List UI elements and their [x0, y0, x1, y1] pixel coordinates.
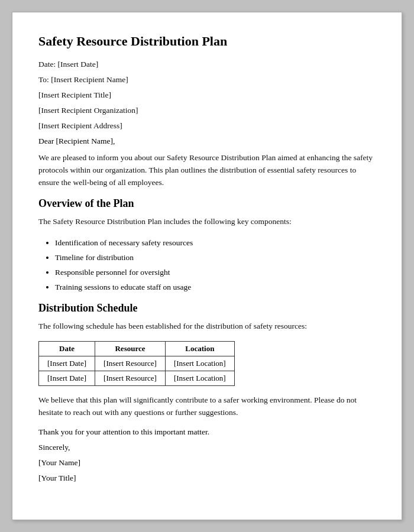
table-header-row: Date Resource Location — [39, 342, 235, 356]
overview-intro: The Safety Resource Distribution Plan in… — [38, 216, 376, 228]
row1-resource: [Insert Resource] — [95, 356, 166, 371]
schedule-heading: Distribution Schedule — [38, 302, 376, 314]
intro-paragraph: We are pleased to inform you about our S… — [38, 152, 376, 189]
closing-paragraph-2: Thank you for your attention to this imp… — [38, 427, 376, 437]
row2-location: [Insert Location] — [165, 371, 234, 386]
recipient-org-line: [Insert Recipient Organization] — [38, 106, 376, 115]
schedule-table: Date Resource Location [Insert Date] [In… — [38, 341, 235, 386]
your-title-line: [Your Title] — [38, 473, 376, 483]
closing-paragraph-1: We believe that this plan will significa… — [38, 394, 376, 419]
to-line: To: [Insert Recipient Name] — [38, 75, 376, 85]
schedule-intro: The following schedule has been establis… — [38, 320, 376, 333]
bullet-item: Training sessions to educate staff on us… — [55, 281, 376, 294]
salutation: Dear [Recipient Name], — [38, 137, 376, 146]
document-title: Safety Resource Distribution Plan — [38, 34, 376, 49]
table-body: [Insert Date] [Insert Resource] [Insert … — [39, 356, 235, 386]
col-header-location: Location — [165, 342, 234, 356]
recipient-address-line: [Insert Recipient Address] — [38, 121, 376, 131]
table-row: [Insert Date] [Insert Resource] [Insert … — [39, 371, 235, 386]
overview-bullets: Identification of necessary safety resou… — [55, 236, 376, 294]
row2-resource: [Insert Resource] — [95, 371, 166, 386]
row2-date: [Insert Date] — [39, 371, 95, 386]
your-name-line: [Your Name] — [38, 458, 376, 468]
col-header-resource: Resource — [95, 342, 166, 356]
sincerely-line: Sincerely, — [38, 443, 376, 452]
row1-date: [Insert Date] — [39, 356, 95, 371]
recipient-title-line: [Insert Recipient Title] — [38, 90, 376, 100]
overview-heading: Overview of the Plan — [38, 197, 376, 210]
table-row: [Insert Date] [Insert Resource] [Insert … — [39, 356, 235, 371]
bullet-item: Timeline for distribution — [55, 251, 376, 265]
bullet-item: Identification of necessary safety resou… — [55, 236, 376, 250]
col-header-date: Date — [39, 342, 95, 356]
date-line: Date: [Insert Date] — [38, 60, 376, 69]
row1-location: [Insert Location] — [165, 356, 234, 371]
bullet-item: Responsible personnel for oversight — [55, 266, 376, 280]
document-page: Safety Resource Distribution Plan Date: … — [12, 12, 402, 520]
